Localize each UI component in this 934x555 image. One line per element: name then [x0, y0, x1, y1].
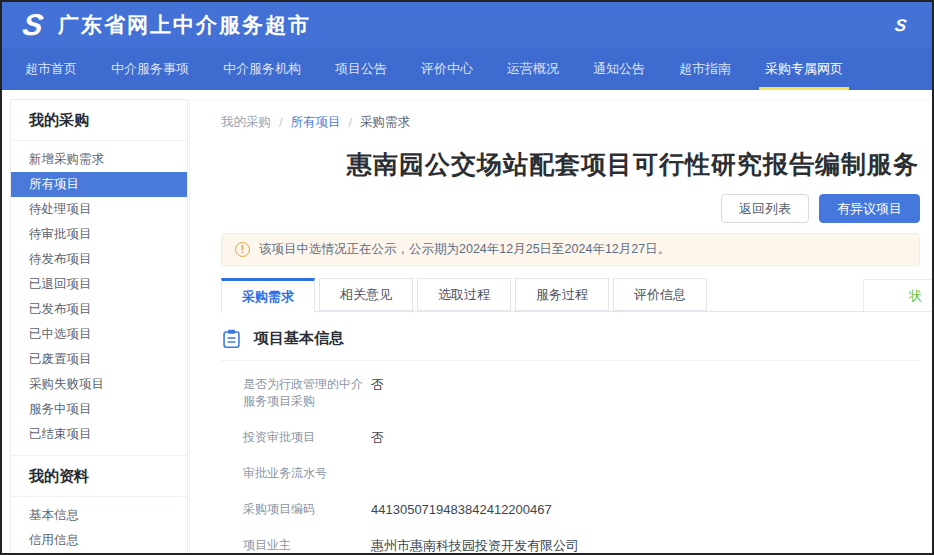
content-area: 我的采购新增采购需求所有项目待处理项目待审批项目待发布项目已退回项目已发布项目已… — [2, 90, 932, 553]
field-row: 项目业主惠州市惠南科技园投资开发有限公司 — [243, 537, 920, 554]
publicity-notice-banner: ! 该项目中选情况正在公示，公示期为2024年12月25日至2024年12月27… — [221, 233, 920, 266]
objection-project-button[interactable]: 有异议项目 — [819, 194, 920, 223]
field-label: 审批业务流水号 — [243, 465, 371, 482]
project-basic-info-fields: 是否为行政管理的中介服务项目采购否投资审批项目否审批业务流水号采购项目编码441… — [221, 376, 920, 554]
back-to-list-button[interactable]: 返回列表 — [721, 194, 809, 223]
main-nav: 超市首页中介服务事项中介服务机构项目公告评价中心运营概况通知公告超市指南采购专属… — [2, 48, 932, 90]
section-divider — [221, 360, 920, 361]
field-row: 投资审批项目否 — [243, 429, 920, 446]
page-title: 惠南园公交场站配套项目可行性研究报告编制服务 — [347, 148, 920, 181]
field-label: 是否为行政管理的中介服务项目采购 — [243, 376, 371, 410]
sidebar-item[interactable]: 基本信息 — [11, 503, 187, 528]
nav-item[interactable]: 评价中心 — [407, 48, 487, 90]
nav-item[interactable]: 中介服务机构 — [209, 48, 315, 90]
sidebar-item[interactable]: 待处理项目 — [11, 197, 187, 222]
main-panel: 我的采购/所有项目/采购需求 惠南园公交场站配套项目可行性研究报告编制服务 返回… — [189, 99, 932, 553]
section-header: 项目基本信息 — [221, 328, 920, 349]
nav-item[interactable]: 超市指南 — [665, 48, 745, 90]
warning-icon: ! — [235, 242, 250, 257]
breadcrumb-separator: / — [348, 116, 351, 130]
clipboard-icon — [221, 328, 242, 349]
section-title: 项目基本信息 — [254, 329, 344, 348]
tab-active[interactable]: 采购需求 — [221, 278, 315, 313]
nav-item[interactable]: 超市首页 — [11, 48, 91, 90]
nav-item[interactable]: 中介服务事项 — [97, 48, 203, 90]
browser-window: S 广东省网上中介服务超市 S 超市首页中介服务事项中介服务机构项目公告评价中心… — [0, 0, 934, 555]
sidebar-item[interactable]: 已结束项目 — [11, 422, 187, 447]
field-value: 否 — [371, 376, 384, 410]
breadcrumb-separator: / — [279, 116, 282, 130]
sidebar-item[interactable]: 已发布项目 — [11, 297, 187, 322]
tab-item[interactable]: 选取过程 — [417, 278, 511, 311]
corner-logo-icon: S — [884, 10, 918, 40]
field-row: 审批业务流水号 — [243, 465, 920, 482]
sidebar-section-heading: 我的资料 — [11, 455, 187, 497]
site-logo-icon: S — [16, 10, 50, 40]
action-buttons: 返回列表 有异议项目 — [221, 194, 920, 223]
tab-item[interactable]: 相关意见 — [319, 278, 413, 311]
sidebar-item[interactable]: 已退回项目 — [11, 272, 187, 297]
field-row: 是否为行政管理的中介服务项目采购否 — [243, 376, 920, 410]
sidebar-item[interactable]: 所有项目 — [11, 172, 187, 197]
field-label: 项目业主 — [243, 537, 371, 554]
breadcrumb: 我的采购/所有项目/采购需求 — [221, 114, 920, 131]
nav-item[interactable]: 采购专属网页 — [751, 48, 857, 90]
site-title: 广东省网上中介服务超市 — [58, 11, 311, 39]
sidebar-item[interactable]: 新增采购需求 — [11, 147, 187, 172]
sidebar-item[interactable]: 待审批项目 — [11, 222, 187, 247]
top-header-bar: S 广东省网上中介服务超市 S — [2, 2, 932, 48]
nav-item[interactable]: 项目公告 — [321, 48, 401, 90]
nav-item[interactable]: 运营概况 — [493, 48, 573, 90]
sidebar-item[interactable]: 信用信息 — [11, 528, 187, 553]
field-row: 采购项目编码4413050719483842412200467 — [243, 501, 920, 518]
detail-tabs: 采购需求相关意见选取过程服务过程评价信息状 — [221, 278, 920, 312]
field-value: 否 — [371, 429, 384, 446]
sidebar-section-heading: 我的采购 — [11, 100, 187, 141]
status-label-partial: 状 — [863, 279, 934, 312]
field-value: 惠州市惠南科技园投资开发有限公司 — [371, 537, 579, 554]
field-label: 投资审批项目 — [243, 429, 371, 446]
sidebar-item[interactable]: 已废置项目 — [11, 347, 187, 372]
sidebar-item[interactable]: 已中选项目 — [11, 322, 187, 347]
sidebar: 我的采购新增采购需求所有项目待处理项目待审批项目待发布项目已退回项目已发布项目已… — [10, 99, 188, 555]
sidebar-item[interactable]: 服务中项目 — [11, 397, 187, 422]
tab-item[interactable]: 服务过程 — [515, 278, 609, 311]
notice-text: 该项目中选情况正在公示，公示期为2024年12月25日至2024年12月27日。 — [259, 241, 670, 258]
field-value: 4413050719483842412200467 — [371, 501, 552, 518]
nav-item[interactable]: 通知公告 — [579, 48, 659, 90]
breadcrumb-item[interactable]: 所有项目 — [290, 114, 340, 131]
sidebar-item[interactable]: 采购失败项目 — [11, 372, 187, 397]
tab-item[interactable]: 评价信息 — [613, 278, 707, 311]
sidebar-item[interactable]: 待发布项目 — [11, 247, 187, 272]
breadcrumb-item: 采购需求 — [360, 114, 410, 131]
field-label: 采购项目编码 — [243, 501, 371, 518]
breadcrumb-item[interactable]: 我的采购 — [221, 114, 271, 131]
